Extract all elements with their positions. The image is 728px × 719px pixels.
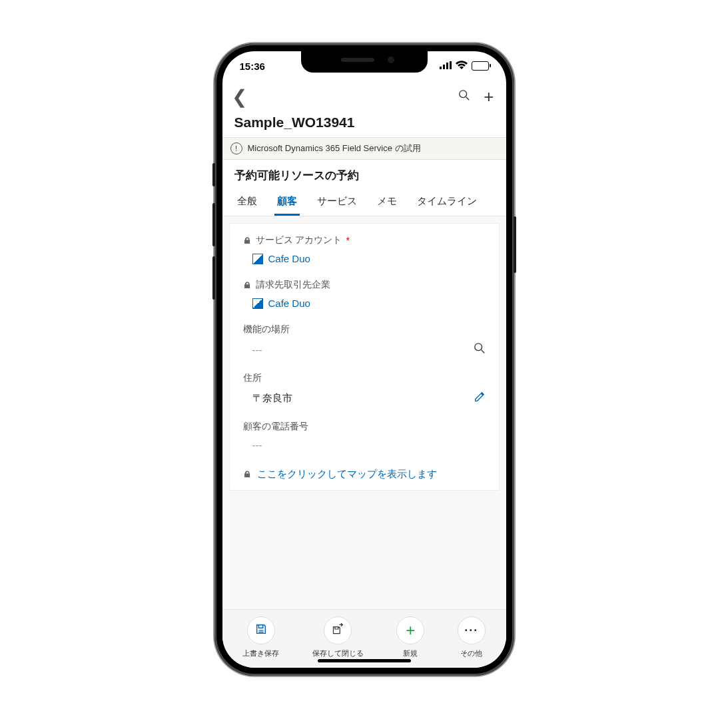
save-close-label: 保存して閉じる	[312, 648, 364, 658]
plus-icon: +	[406, 621, 415, 640]
account-icon	[252, 298, 263, 309]
field-label: 機能の場所	[243, 324, 290, 336]
save-icon	[255, 623, 267, 638]
wifi-icon	[456, 59, 468, 73]
more-label: その他	[460, 648, 482, 658]
map-link-label: ここをクリックしてマップを表示します	[257, 468, 437, 481]
show-map-link[interactable]: 🔒︎ ここをクリックしてマップを表示します	[243, 465, 486, 481]
add-button[interactable]: +	[484, 87, 494, 107]
required-mark: *	[346, 235, 349, 246]
save-button[interactable]: 上書き保存	[242, 616, 279, 658]
entity-subtitle: 予約可能リソースの予約	[222, 160, 506, 190]
lock-icon: 🔒︎	[243, 469, 252, 479]
field-service-account: 🔒︎ サービス アカウント* Cafe Duo	[243, 234, 486, 264]
field-label: 請求先取引先企業	[256, 279, 330, 291]
svg-point-6	[474, 344, 482, 351]
search-button[interactable]	[458, 89, 470, 105]
account-icon	[252, 254, 263, 264]
functional-location-value[interactable]: ---	[252, 344, 262, 356]
address-value[interactable]: 〒奈良市	[252, 392, 292, 405]
field-label: 顧客の電話番号	[243, 421, 308, 433]
more-button[interactable]: ··· その他	[458, 616, 486, 658]
tab-general[interactable]: 全般	[234, 190, 260, 216]
save-close-button[interactable]: 保存して閉じる	[312, 616, 364, 658]
edit-address-button[interactable]	[474, 391, 486, 406]
svg-rect-2	[446, 63, 448, 69]
field-functional-location: 機能の場所 ---	[243, 324, 486, 358]
back-button[interactable]: ❮	[232, 86, 247, 108]
lock-icon: 🔒︎	[243, 236, 252, 246]
page-title: Sample_WO13941	[222, 112, 506, 137]
trial-text: Microsoft Dynamics 365 Field Service の試用	[248, 142, 421, 154]
lookup-search-button[interactable]	[474, 342, 486, 358]
status-time: 15:36	[240, 61, 280, 72]
tab-timeline[interactable]: タイムライン	[414, 190, 480, 216]
field-billing-account: 🔒︎ 請求先取引先企業 Cafe Duo	[243, 279, 486, 309]
field-address: 住所 〒奈良市	[243, 372, 486, 406]
app-header: ❮ +	[222, 81, 506, 112]
device-notch	[301, 51, 428, 73]
svg-rect-3	[450, 61, 452, 69]
billing-account-lookup[interactable]: Cafe Duo	[252, 298, 310, 309]
lock-icon: 🔒︎	[243, 280, 252, 290]
phone-device-frame: 15:36 ❮ + Sample_WO13941 !	[214, 43, 514, 676]
field-customer-phone: 顧客の電話番号 ---	[243, 421, 486, 451]
new-button[interactable]: + 新規	[396, 616, 424, 658]
tab-customer[interactable]: 顧客	[274, 190, 300, 216]
save-close-icon	[332, 623, 344, 638]
field-label: 住所	[243, 372, 262, 384]
more-icon: ···	[464, 624, 478, 638]
cellular-icon	[440, 59, 452, 73]
customer-phone-value[interactable]: ---	[252, 439, 262, 451]
tab-bar: 全般 顧客 サービス メモ タイムライン	[222, 190, 506, 216]
svg-point-4	[460, 91, 467, 98]
screen: 15:36 ❮ + Sample_WO13941 !	[222, 51, 506, 668]
info-icon: !	[230, 142, 242, 154]
content-area: 🔒︎ サービス アカウント* Cafe Duo 🔒︎ 請求先取引先企業	[222, 216, 506, 609]
new-label: 新規	[403, 648, 418, 658]
home-indicator[interactable]	[318, 659, 411, 662]
save-label: 上書き保存	[242, 648, 279, 658]
service-account-lookup[interactable]: Cafe Duo	[252, 253, 310, 264]
field-label: サービス アカウント	[256, 234, 342, 246]
tab-service[interactable]: サービス	[314, 190, 360, 216]
tab-memo[interactable]: メモ	[374, 190, 400, 216]
svg-rect-0	[440, 67, 442, 69]
svg-rect-1	[443, 65, 445, 69]
form-card: 🔒︎ サービス アカウント* Cafe Duo 🔒︎ 請求先取引先企業	[229, 223, 500, 491]
trial-banner: ! Microsoft Dynamics 365 Field Service の…	[222, 137, 506, 160]
svg-line-5	[466, 97, 470, 101]
svg-line-7	[481, 350, 484, 354]
battery-icon	[472, 61, 489, 71]
